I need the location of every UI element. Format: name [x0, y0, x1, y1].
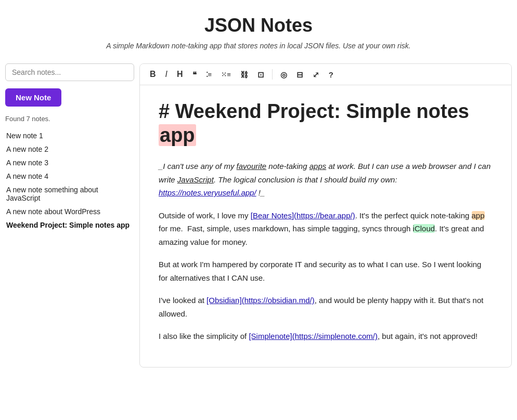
link-button[interactable]: ⛓: [237, 69, 252, 81]
editor-paragraph-4: I've looked at [Obsidian](https://obsidi…: [159, 294, 493, 320]
editor-paragraph-3: But at work I'm hampered by corporate IT…: [159, 258, 493, 284]
toolbar-divider: [272, 69, 273, 80]
blockquote-button[interactable]: ❝: [189, 69, 200, 81]
editor-paragraph-2: Outside of work, I love my [Bear Notes](…: [159, 209, 493, 249]
notes-count: Found 7 notes.: [5, 115, 134, 123]
editor-area: BIH❝⁚≡⁙≡⛓⊡◎⊟⤢? # Weekend Project: Simple…: [139, 63, 512, 368]
note-list: New note 1A new note 2A new note 3A new …: [5, 129, 134, 232]
toolbar: BIH❝⁚≡⁙≡⛓⊡◎⊟⤢?: [140, 64, 511, 85]
title-highlight: app: [159, 124, 196, 146]
editor-paragraph-1: _I can't use any of my favourite note-ta…: [159, 160, 493, 200]
note-list-item[interactable]: A new note 2: [5, 142, 134, 156]
unordered-list-button[interactable]: ⁚≡: [202, 69, 216, 80]
sidebar: New Note Found 7 notes. New note 1A new …: [5, 63, 139, 368]
image-button[interactable]: ⊡: [254, 69, 268, 81]
ordered-list-button[interactable]: ⁙≡: [217, 69, 235, 80]
editor-title: # Weekend Project: Simple notes app: [159, 100, 493, 147]
split-button[interactable]: ⊟: [293, 69, 307, 81]
page-title: JSON Notes: [10, 15, 507, 36]
note-list-item[interactable]: A new note something about JavaScript: [5, 183, 134, 205]
italic-button[interactable]: I: [162, 68, 171, 81]
heading-button[interactable]: H: [173, 68, 187, 81]
note-list-item[interactable]: A new note 4: [5, 169, 134, 183]
bold-button[interactable]: B: [146, 68, 160, 81]
page-subtitle: A simple Markdown note-taking app that s…: [10, 42, 507, 50]
preview-button[interactable]: ◎: [277, 69, 291, 81]
editor-paragraph-5: I also like the simplicity of [Simplenot…: [159, 330, 493, 343]
help-button[interactable]: ?: [325, 69, 337, 81]
note-list-item[interactable]: A new note 3: [5, 156, 134, 169]
new-note-button[interactable]: New Note: [5, 88, 61, 107]
note-list-item[interactable]: A new note about WordPress: [5, 205, 134, 218]
editor-content[interactable]: # Weekend Project: Simple notes app _I c…: [140, 85, 511, 367]
search-input[interactable]: [5, 63, 134, 81]
fullscreen-button[interactable]: ⤢: [309, 69, 323, 81]
note-list-item[interactable]: New note 1: [5, 129, 134, 142]
note-list-item[interactable]: Weekend Project: Simple notes app: [5, 218, 134, 232]
